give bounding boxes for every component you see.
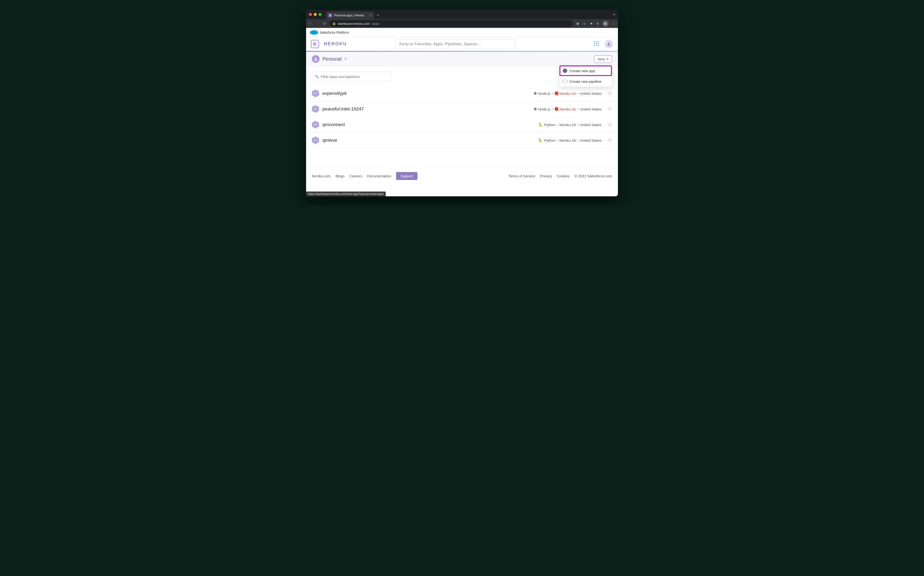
- footer-link-blogs[interactable]: Blogs: [336, 174, 345, 178]
- maximize-window-icon[interactable]: [318, 13, 321, 16]
- app-hex-icon: zᶻᶻ: [312, 136, 319, 144]
- extensions-icon[interactable]: ✦: [590, 22, 593, 26]
- nodejs-icon: ⬢: [534, 107, 537, 111]
- nodejs-icon: ⬢: [534, 91, 537, 96]
- app-hex-icon: zᶻᶻ: [312, 90, 319, 97]
- new-tab-button[interactable]: +: [377, 13, 379, 18]
- footer-link-heroku[interactable]: heroku.com: [312, 174, 331, 178]
- app-lang: Python: [544, 123, 555, 127]
- back-icon[interactable]: ←: [309, 21, 312, 26]
- app-lang: Node.js: [538, 107, 550, 111]
- new-button-label: New: [598, 57, 605, 61]
- app-row[interactable]: zᶻᶻqmconnect🐍Python•heroku-18•United Sta…: [306, 117, 618, 133]
- separator: •: [577, 123, 579, 127]
- python-icon: 🐍: [538, 138, 543, 142]
- minimize-window-icon[interactable]: [314, 13, 317, 16]
- app-name[interactable]: expensifypit: [323, 91, 347, 96]
- salesforce-label: Salesforce Platform: [320, 30, 349, 34]
- browser-toolbar: ← → ⟳ 🔒 dashboard.heroku.com/apps ⊕ ☆ ✦ …: [306, 19, 618, 28]
- filter-input[interactable]: [312, 72, 391, 81]
- address-bar[interactable]: 🔒 dashboard.heroku.com/apps: [329, 20, 573, 27]
- footer-link-privacy[interactable]: Privacy: [540, 174, 552, 178]
- footer-link-careers[interactable]: Careers: [349, 174, 362, 178]
- app-row[interactable]: zᶻᶻpeaceful-inlet-19247⬢Node.js•iheroku-…: [306, 101, 618, 117]
- info-icon: i: [555, 107, 558, 111]
- favorite-star-icon[interactable]: ☆: [607, 137, 612, 143]
- create-pipeline-label: Create new pipeline: [569, 79, 601, 83]
- jump-search-input[interactable]: [395, 39, 515, 49]
- heroku-logo-icon[interactable]: K: [311, 40, 319, 48]
- footer-link-docs[interactable]: Documentation: [367, 174, 391, 178]
- forward-icon: →: [316, 21, 320, 26]
- separator: •: [552, 91, 553, 96]
- app-meta: 🐍Python•heroku-18•United States: [538, 122, 601, 127]
- lock-icon: 🔒: [332, 22, 336, 25]
- footer-link-tos[interactable]: Terms of Service: [508, 174, 536, 178]
- chevron-up-down-icon: ⇅: [606, 58, 609, 61]
- kebab-menu-icon[interactable]: ⋮: [612, 22, 615, 26]
- scope-label[interactable]: Personal: [323, 56, 341, 62]
- status-bar-url: https://dashboard.heroku.com/new-app?org…: [306, 192, 386, 196]
- zoom-icon[interactable]: ⊕: [576, 22, 579, 26]
- new-dropdown: Create new app Create new pipeline: [559, 65, 612, 87]
- tab-title: Personal apps | Heroku: [334, 14, 364, 17]
- stack-warning: iheroku-16: [555, 91, 576, 96]
- python-icon: 🐍: [538, 122, 543, 127]
- heroku-brand: HEROKU: [324, 42, 347, 46]
- url-path: /apps: [372, 22, 379, 26]
- profile-avatar-icon[interactable]: ◐: [603, 21, 608, 26]
- pipeline-hex-icon: [563, 79, 567, 84]
- app-row[interactable]: zᶻᶻqmlove🐍Python•heroku-18•United States…: [306, 133, 618, 148]
- search-icon: 🔍: [315, 75, 319, 78]
- create-new-pipeline-item[interactable]: Create new pipeline: [560, 76, 612, 86]
- footer: heroku.com Blogs Careers Documentation S…: [306, 168, 618, 184]
- app-name[interactable]: peaceful-inlet-19247: [323, 106, 364, 112]
- separator: •: [577, 107, 579, 111]
- app-name[interactable]: qmlove: [323, 138, 337, 143]
- app-region: United States: [580, 138, 601, 142]
- separator: •: [557, 123, 558, 127]
- app-hex-icon: zᶻᶻ: [312, 105, 319, 113]
- window-controls: [309, 13, 321, 16]
- jump-search-wrap: [395, 39, 515, 49]
- app-hex-icon: [563, 68, 567, 73]
- svg-point-1: [315, 58, 317, 59]
- create-app-label: Create new app: [569, 69, 595, 73]
- browser-tab[interactable]: H Personal apps | Heroku ×: [326, 11, 374, 19]
- tab-close-icon[interactable]: ×: [369, 13, 371, 17]
- reload-icon[interactable]: ⟳: [323, 21, 326, 26]
- app-region: United States: [580, 107, 601, 111]
- favorite-star-icon[interactable]: ☆: [607, 106, 612, 112]
- separator: •: [552, 107, 553, 111]
- app-lang: Python: [544, 138, 555, 142]
- scope-chevron-icon[interactable]: ⇅: [344, 57, 347, 61]
- close-window-icon[interactable]: [309, 13, 312, 16]
- support-button[interactable]: Support: [396, 172, 417, 180]
- create-new-app-item[interactable]: Create new app: [560, 66, 612, 76]
- stack-label: heroku-16: [560, 107, 576, 111]
- favorite-star-icon[interactable]: ☆: [607, 122, 612, 128]
- personal-scope-icon: [312, 55, 320, 63]
- stack-label: heroku-16: [560, 91, 576, 96]
- salesforce-cloud-icon: [311, 30, 317, 35]
- new-button[interactable]: New ⇅: [594, 55, 612, 63]
- app-name[interactable]: qmconnect: [323, 122, 345, 127]
- app-hex-icon: zᶻᶻ: [312, 121, 319, 128]
- app-region: United States: [580, 91, 601, 96]
- reading-list-icon[interactable]: ≡: [597, 22, 599, 26]
- apps-grid-icon[interactable]: [594, 41, 599, 47]
- salesforce-platform-bar: Salesforce Platform: [306, 28, 618, 37]
- stack-label: heroku-18: [560, 123, 576, 127]
- favorite-star-icon[interactable]: ☆: [607, 90, 612, 96]
- user-avatar-icon[interactable]: [604, 40, 613, 48]
- separator: •: [577, 138, 579, 142]
- heroku-favicon-icon: H: [328, 13, 332, 17]
- tab-overflow-icon[interactable]: ▾: [613, 13, 615, 16]
- heroku-header: K HEROKU: [306, 37, 618, 51]
- stack-warning: iheroku-16: [555, 107, 576, 111]
- bookmark-star-icon[interactable]: ☆: [583, 22, 586, 26]
- svg-point-0: [608, 42, 610, 44]
- context-bar: Personal ⇅ New ⇅ Create new app Create n…: [306, 52, 618, 66]
- app-row[interactable]: zᶻᶻexpensifypit⬢Node.js•iheroku-16•Unite…: [306, 86, 618, 101]
- footer-link-cookies[interactable]: Cookies: [557, 174, 570, 178]
